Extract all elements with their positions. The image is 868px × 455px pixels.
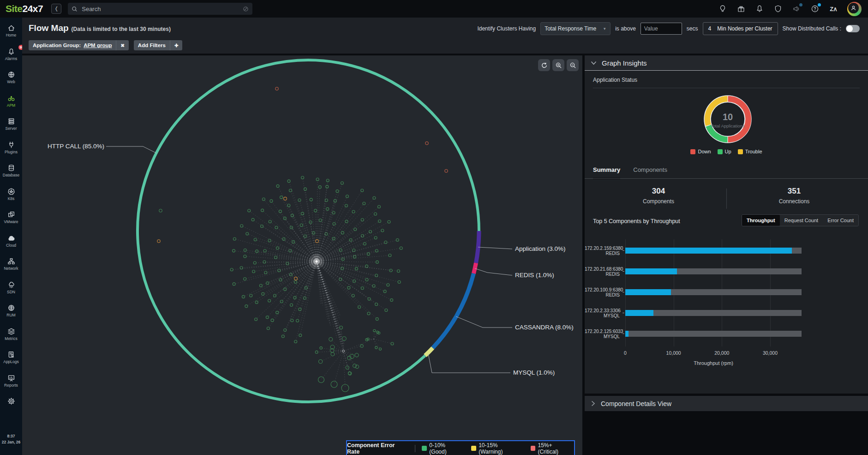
filter-chips: Application Group:APM group ✖ Add Filter… <box>29 40 182 50</box>
component-address: 172.20.2.159:6380 <box>585 246 620 251</box>
sidebar-item-cloud[interactable]: Cloud <box>0 234 22 248</box>
sidebar-item-k8s[interactable]: K8s <box>0 188 22 201</box>
sidebar-item-database[interactable]: Database <box>0 164 22 177</box>
bar-fill <box>625 331 629 337</box>
site24x7-logo[interactable]: Site24x7 <box>6 3 43 14</box>
bar-row-label: 172.20.2.159:6380REDIS <box>585 246 620 256</box>
zoom-in-button[interactable] <box>552 59 564 71</box>
avatar[interactable] <box>847 2 862 16</box>
rum-icon <box>7 304 15 312</box>
zia-logo-text: Z∧ <box>830 6 837 12</box>
status-legend-item: Down <box>690 149 711 154</box>
gift-icon[interactable] <box>736 4 746 13</box>
add-filter-button[interactable]: ✚ <box>170 40 182 50</box>
chip-label[interactable]: Application Group:APM group <box>29 40 116 50</box>
status-legend-item: Trouble <box>738 149 762 154</box>
throughput-bar-chart: Throughput (rpm) 010,00020,00030,000172.… <box>585 239 868 369</box>
sidebar-item-label: Reports <box>4 383 18 388</box>
sidebar-item-applogs[interactable]: AppLogs <box>0 351 22 364</box>
ring-segment-label[interactable]: MYSQL (1.0%) <box>513 369 555 376</box>
announcement-dot <box>799 3 802 6</box>
sidebar-collapse-button[interactable]: ❬ <box>51 4 61 14</box>
bar-row: 172.20.2.125:6033MYSQL <box>585 331 868 337</box>
distributed-calls-toggle[interactable] <box>846 25 860 32</box>
bar-track <box>625 310 802 316</box>
help-icon[interactable] <box>810 4 820 13</box>
component-type: REDIS <box>585 251 620 256</box>
sidebar-item-label: AppLogs <box>3 359 19 364</box>
sidebar-item-web[interactable]: Web <box>0 71 22 84</box>
sidebar-item-sdn[interactable]: SDN <box>0 281 22 294</box>
bar-row-label: 172.20.21.68:6380REDIS <box>585 267 620 277</box>
sidebar-item-home[interactable]: Home <box>0 24 22 37</box>
site24x7-app: Site24x7 ❬ Z∧ Home99+AlarmsWebAPMServerP… <box>0 0 868 455</box>
network-icon <box>7 257 15 265</box>
threshold-value-input[interactable] <box>641 23 682 35</box>
min-nodes-group[interactable]: 4Min Nodes per Cluster <box>703 22 778 35</box>
min-nodes-value[interactable]: 4 <box>708 25 712 32</box>
ring-segment-label[interactable]: REDIS (1.0%) <box>515 272 554 279</box>
server-icon <box>7 117 15 125</box>
sidebar-item-alarms[interactable]: 99+Alarms <box>0 48 22 61</box>
flow-map-canvas[interactable]: HTTP CALL (85.0%)Application (3.0%)REDIS… <box>22 55 582 455</box>
svg-text:10: 10 <box>723 112 733 122</box>
sidebar-item-network[interactable]: Network <box>0 257 22 271</box>
legend-label: 10-15% (Warning) <box>479 442 523 455</box>
ring-segment-label[interactable]: CASSANDRA (8.0%) <box>515 324 574 331</box>
graph-insights-panel: Graph Insights Application Status 10Tota… <box>585 55 868 394</box>
ring-segment-label[interactable]: HTTP CALL (85.0%) <box>48 143 104 150</box>
account-icon[interactable] <box>847 2 862 16</box>
component-details-view-bar[interactable]: Component Details View <box>585 396 868 411</box>
sidebar-item-apm[interactable]: APM <box>0 94 22 108</box>
error-legend-item: 10-15% (Warning) <box>471 442 523 455</box>
apm-icon <box>7 94 15 102</box>
tab-summary[interactable]: Summary <box>593 166 620 179</box>
sidebar-clock: 8:3722 Jan, 26 <box>0 433 22 445</box>
sidebar-item-reports[interactable]: Reports <box>0 374 22 388</box>
sidebar-item-vmware[interactable]: VMware <box>0 211 22 224</box>
component-address: 172.20.2.33:3306 <box>585 308 620 313</box>
security-icon[interactable] <box>773 4 783 13</box>
time-text: 8:37 <box>0 433 22 439</box>
reports-icon <box>7 374 15 382</box>
chip-remove-button[interactable]: ✖ <box>116 40 128 50</box>
sidebar-item-rum[interactable]: RUM <box>0 304 22 317</box>
sidebar-item-settings[interactable] <box>0 397 22 405</box>
alarms-icon: 99+ <box>7 48 15 55</box>
sidebar-item-label: VMware <box>4 219 18 224</box>
bar-fill <box>625 268 677 274</box>
graph-insights-header[interactable]: Graph Insights <box>585 55 868 71</box>
status-legend: DownUpTrouble <box>585 149 868 154</box>
sidebar-item-server[interactable]: Server <box>0 117 22 131</box>
metric-dropdown[interactable]: Total Response Time▼ <box>540 22 611 35</box>
announcements-icon[interactable] <box>792 4 801 13</box>
ring-segment-label[interactable]: Application (3.0%) <box>515 245 566 252</box>
refresh-button[interactable] <box>538 59 550 71</box>
search-box[interactable] <box>68 3 252 15</box>
applogs-icon <box>7 351 15 358</box>
sidebar-item-metrics[interactable]: Metrics <box>0 328 22 341</box>
secs-label: secs <box>687 25 698 32</box>
error-legend-item: 15%+ (Critical) <box>531 442 574 455</box>
zoom-out-button[interactable] <box>567 59 579 71</box>
logo-prefix: Site <box>6 3 23 14</box>
add-filters-chip[interactable]: Add Filters ✚ <box>134 40 182 50</box>
status-legend-item: Up <box>718 149 731 154</box>
sidebar-item-label: APM <box>7 103 15 108</box>
metric-tab-throughput[interactable]: Throughput <box>742 215 780 226</box>
tab-components[interactable]: Components <box>633 166 667 179</box>
zia-icon[interactable]: Z∧ <box>829 4 838 13</box>
sidebar-item-plugins[interactable]: Plugins <box>0 141 22 154</box>
metric-tab-request-count[interactable]: Request Count <box>780 215 823 226</box>
notifications-icon[interactable] <box>755 4 764 13</box>
search-input[interactable] <box>81 5 243 13</box>
filter-chip-application-group[interactable]: Application Group:APM group ✖ <box>29 40 129 50</box>
search-clear-icon[interactable] <box>243 6 249 12</box>
application-status-title: Application Status <box>593 77 637 83</box>
sidebar-item-label: Home <box>6 33 17 37</box>
bar-row-label: 172.20.2.125:6033MYSQL <box>585 329 620 339</box>
idea-icon[interactable] <box>718 4 727 13</box>
sidebar-item-label: K8s <box>8 196 15 201</box>
metric-tab-error-count[interactable]: Error Count <box>823 215 858 226</box>
chip-value[interactable]: APM group <box>84 42 112 48</box>
